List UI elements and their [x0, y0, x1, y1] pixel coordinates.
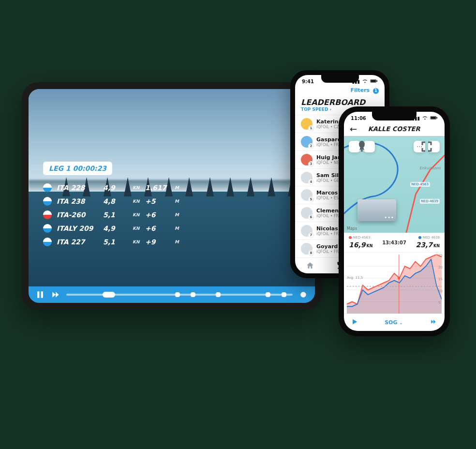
- boat-name: ITA 238: [57, 197, 100, 205]
- rank-badge: 1: [308, 125, 314, 131]
- phone-notch: [321, 75, 359, 83]
- boat-chip: NED-4563: [410, 182, 430, 187]
- filters-count-badge: 1: [373, 88, 379, 94]
- standings-row: ITA 228 4,9 KN 1.617 M: [43, 181, 183, 195]
- unit-kn: KN: [133, 239, 142, 244]
- clock: 9:41: [302, 79, 314, 84]
- boat-speed: 5,1: [103, 238, 130, 246]
- unit-m: M: [175, 212, 183, 217]
- boat-speed: 4,9: [103, 184, 130, 192]
- boat-delta: +6: [145, 224, 172, 232]
- cmp-value: 16,9: [349, 241, 366, 249]
- svg-point-2: [300, 292, 306, 298]
- boat-name: ITA 227: [57, 238, 100, 246]
- player-bar: [29, 286, 315, 303]
- unit-m: M: [175, 239, 183, 244]
- boat-speed: 5,1: [103, 211, 130, 219]
- filters-link[interactable]: Filters 1: [295, 85, 385, 96]
- metric-label: SOG: [385, 319, 397, 326]
- svg-rect-8: [431, 117, 436, 119]
- map-north-button[interactable]: [363, 141, 375, 152]
- unit-kn: KN: [133, 226, 142, 231]
- pause-button[interactable]: [35, 290, 45, 299]
- timeline-marker[interactable]: [266, 292, 270, 297]
- rank-badge: 5: [308, 196, 314, 202]
- unit-m: M: [175, 199, 183, 204]
- rank-badge: 7: [308, 232, 314, 238]
- video-thumbnail[interactable]: •••: [357, 199, 396, 221]
- play-button[interactable]: [351, 318, 358, 328]
- cmp-label: NED 4639: [423, 236, 440, 239]
- y-tick: 15: [438, 277, 443, 281]
- filters-label: Filters: [350, 87, 370, 93]
- record-button[interactable]: [298, 290, 308, 299]
- fullscreen-button[interactable]: [428, 141, 440, 152]
- speed-button[interactable]: [51, 290, 60, 299]
- fast-forward-button[interactable]: [429, 318, 438, 327]
- y-tick: 10: [438, 289, 443, 293]
- svg-rect-0: [37, 291, 39, 298]
- wifi-icon: [362, 79, 368, 84]
- page-title: LEADERBOARD: [295, 96, 385, 107]
- cmp-unit: KN: [367, 244, 373, 248]
- svg-rect-1: [41, 291, 43, 298]
- player-bar: SOG ⌄: [344, 314, 445, 331]
- svg-rect-9: [437, 117, 437, 118]
- unit-kn: KN: [133, 199, 142, 204]
- tab-home-icon[interactable]: [306, 261, 314, 270]
- y-tick: 25: [438, 254, 443, 257]
- timeline-thumb[interactable]: [103, 292, 115, 298]
- boat-name: ITALY 209: [57, 224, 100, 232]
- compare-left[interactable]: NED-4563 16,9KN: [349, 236, 372, 249]
- boat-delta: +9: [145, 238, 172, 246]
- compare-bar: NED-4563 16,9KN 13:43:07 NED 4639 23,7KN: [344, 233, 445, 253]
- phone-notch: [372, 112, 416, 120]
- unit-kn: KN: [133, 212, 142, 217]
- boat-speed: 4,8: [103, 197, 130, 205]
- svg-point-18: [398, 277, 400, 280]
- cmp-value: 23,7: [416, 241, 433, 249]
- standings-row: ITA 238 4,8 KN +5 M: [43, 195, 183, 208]
- leg-timer-chip: LEG 1 00:00:23: [43, 162, 112, 175]
- chevron-down-icon: ⌄: [399, 320, 403, 325]
- wifi-icon: [422, 116, 428, 121]
- standings-overlay: ITA 228 4,9 KN 1.617 M ITA 238 4,8 KN +5…: [43, 181, 183, 249]
- rank-badge: 3: [308, 161, 314, 167]
- rank-badge: 2: [308, 143, 314, 149]
- standings-row: ITALY 209 4,9 KN +6 M: [43, 222, 183, 235]
- track-map[interactable]: NED-4563 NED-4639 Enkuissons ⋯ ••• Maps: [344, 136, 445, 233]
- cmp-label: NED-4563: [353, 236, 370, 239]
- nav-bar: ← KALLE COSTER: [344, 122, 445, 136]
- video-player: LEG 1 00:00:23 ITA 228 4,9 KN 1.617 M IT…: [29, 89, 315, 303]
- timeline-marker[interactable]: [282, 292, 286, 297]
- boat-name: ITA 228: [57, 184, 100, 192]
- unit-m: M: [175, 185, 183, 190]
- page-title: KALLE COSTER: [360, 125, 428, 133]
- svg-rect-4: [371, 80, 376, 82]
- timeline-marker[interactable]: [216, 292, 221, 297]
- timeline-marker[interactable]: [175, 292, 180, 297]
- unit-kn: KN: [133, 185, 142, 190]
- boat-delta: +6: [145, 211, 172, 219]
- more-icon: •••: [384, 215, 394, 220]
- boat-delta: 1.617: [145, 184, 172, 192]
- cmp-unit: KN: [433, 244, 440, 248]
- boat-delta: +5: [145, 197, 172, 205]
- speed-graph[interactable]: Avg: 11,5 25 20 15 10 5: [344, 253, 445, 314]
- svg-rect-5: [377, 80, 377, 81]
- y-axis-labels: 25 20 15 10 5: [438, 254, 443, 305]
- phone-track-frame: 11:06 ▮▮▮ ← KALLE COSTER NED-4563 NED-46…: [339, 106, 450, 336]
- unit-m: M: [175, 226, 183, 231]
- rank-badge: 8: [308, 250, 314, 256]
- place-label: Enkuissons: [419, 166, 441, 170]
- map-attribution: Maps: [347, 226, 357, 231]
- rank-badge: 4: [308, 179, 314, 185]
- battery-icon: [370, 79, 378, 84]
- timeline-track[interactable]: [66, 294, 293, 296]
- metric-selector[interactable]: SOG ⌄: [385, 319, 403, 326]
- timeline-marker[interactable]: [191, 292, 195, 297]
- video-sky: [29, 89, 315, 192]
- tablet-frame: LEG 1 00:00:23 ITA 228 4,9 KN 1.617 M IT…: [22, 82, 322, 310]
- compare-right[interactable]: NED 4639 23,7KN: [416, 236, 440, 249]
- back-button[interactable]: ←: [350, 124, 357, 134]
